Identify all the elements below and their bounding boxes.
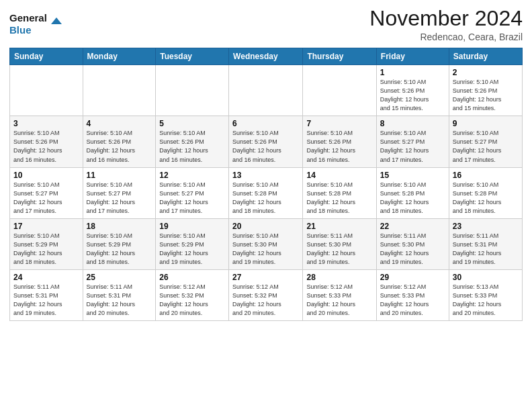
day-info: Sunrise: 5:10 AM Sunset: 5:27 PM Dayligh… bbox=[87, 181, 152, 216]
calendar-cell: 13Sunrise: 5:10 AM Sunset: 5:28 PM Dayli… bbox=[229, 167, 303, 218]
logo-text-block: General Blue bbox=[9, 9, 70, 42]
day-info: Sunrise: 5:11 AM Sunset: 5:31 PM Dayligh… bbox=[13, 283, 79, 318]
day-number: 12 bbox=[159, 171, 225, 180]
day-info: Sunrise: 5:11 AM Sunset: 5:31 PM Dayligh… bbox=[87, 283, 152, 318]
day-info: Sunrise: 5:13 AM Sunset: 5:33 PM Dayligh… bbox=[453, 283, 519, 318]
calendar-cell bbox=[156, 65, 229, 116]
day-number: 4 bbox=[87, 119, 152, 128]
calendar-cell: 28Sunrise: 5:12 AM Sunset: 5:33 PM Dayli… bbox=[303, 269, 376, 320]
day-info: Sunrise: 5:10 AM Sunset: 5:28 PM Dayligh… bbox=[380, 181, 445, 216]
day-number: 27 bbox=[232, 273, 299, 282]
calendar-cell: 25Sunrise: 5:11 AM Sunset: 5:31 PM Dayli… bbox=[83, 269, 156, 320]
calendar-cell: 15Sunrise: 5:10 AM Sunset: 5:28 PM Dayli… bbox=[376, 167, 449, 218]
col-sunday: Sunday bbox=[10, 48, 83, 65]
day-info: Sunrise: 5:12 AM Sunset: 5:33 PM Dayligh… bbox=[380, 283, 445, 318]
day-number: 22 bbox=[380, 222, 445, 231]
day-number: 26 bbox=[159, 273, 225, 282]
calendar-cell: 8Sunrise: 5:10 AM Sunset: 5:27 PM Daylig… bbox=[376, 116, 449, 167]
calendar-header-row: Sunday Monday Tuesday Wednesday Thursday… bbox=[10, 48, 523, 65]
logo: General Blue bbox=[9, 9, 70, 42]
calendar-cell: 20Sunrise: 5:10 AM Sunset: 5:30 PM Dayli… bbox=[229, 218, 303, 269]
calendar-cell: 22Sunrise: 5:11 AM Sunset: 5:30 PM Dayli… bbox=[376, 218, 449, 269]
day-info: Sunrise: 5:10 AM Sunset: 5:26 PM Dayligh… bbox=[13, 129, 79, 164]
calendar-cell: 7Sunrise: 5:10 AM Sunset: 5:26 PM Daylig… bbox=[303, 116, 376, 167]
day-number: 18 bbox=[87, 222, 152, 231]
day-number: 6 bbox=[232, 119, 299, 128]
day-number: 24 bbox=[13, 273, 79, 282]
month-title: November 2024 bbox=[369, 7, 523, 30]
day-info: Sunrise: 5:10 AM Sunset: 5:27 PM Dayligh… bbox=[380, 129, 445, 164]
day-info: Sunrise: 5:11 AM Sunset: 5:30 PM Dayligh… bbox=[306, 232, 372, 267]
day-info: Sunrise: 5:11 AM Sunset: 5:31 PM Dayligh… bbox=[453, 232, 519, 267]
day-number: 29 bbox=[380, 273, 445, 282]
day-info: Sunrise: 5:12 AM Sunset: 5:32 PM Dayligh… bbox=[232, 283, 299, 318]
col-friday: Friday bbox=[376, 48, 449, 65]
day-number: 25 bbox=[87, 273, 152, 282]
day-info: Sunrise: 5:10 AM Sunset: 5:26 PM Dayligh… bbox=[453, 78, 519, 113]
col-tuesday: Tuesday bbox=[156, 48, 229, 65]
day-info: Sunrise: 5:11 AM Sunset: 5:30 PM Dayligh… bbox=[380, 232, 445, 267]
calendar-week-row: 10Sunrise: 5:10 AM Sunset: 5:27 PM Dayli… bbox=[10, 167, 523, 218]
day-number: 19 bbox=[159, 222, 225, 231]
calendar-cell: 11Sunrise: 5:10 AM Sunset: 5:27 PM Dayli… bbox=[83, 167, 156, 218]
calendar-cell: 4Sunrise: 5:10 AM Sunset: 5:26 PM Daylig… bbox=[83, 116, 156, 167]
day-info: Sunrise: 5:10 AM Sunset: 5:29 PM Dayligh… bbox=[159, 232, 225, 267]
day-info: Sunrise: 5:10 AM Sunset: 5:26 PM Dayligh… bbox=[232, 129, 299, 164]
col-monday: Monday bbox=[83, 48, 156, 65]
day-number: 10 bbox=[13, 171, 79, 180]
calendar-week-row: 24Sunrise: 5:11 AM Sunset: 5:31 PM Dayli… bbox=[10, 269, 523, 320]
day-number: 23 bbox=[453, 222, 519, 231]
day-info: Sunrise: 5:10 AM Sunset: 5:26 PM Dayligh… bbox=[159, 129, 225, 164]
calendar-cell: 14Sunrise: 5:10 AM Sunset: 5:28 PM Dayli… bbox=[303, 167, 376, 218]
day-info: Sunrise: 5:10 AM Sunset: 5:30 PM Dayligh… bbox=[232, 232, 299, 267]
calendar-cell: 21Sunrise: 5:11 AM Sunset: 5:30 PM Dayli… bbox=[303, 218, 376, 269]
col-thursday: Thursday bbox=[303, 48, 376, 65]
day-number: 30 bbox=[453, 273, 519, 282]
location: Redencao, Ceara, Brazil bbox=[369, 32, 523, 42]
calendar-cell: 17Sunrise: 5:10 AM Sunset: 5:29 PM Dayli… bbox=[10, 218, 83, 269]
day-number: 11 bbox=[87, 171, 152, 180]
calendar-cell: 27Sunrise: 5:12 AM Sunset: 5:32 PM Dayli… bbox=[229, 269, 303, 320]
day-number: 1 bbox=[380, 68, 445, 77]
day-number: 5 bbox=[159, 119, 225, 128]
day-number: 14 bbox=[306, 171, 372, 180]
day-number: 9 bbox=[453, 119, 519, 128]
calendar-week-row: 3Sunrise: 5:10 AM Sunset: 5:26 PM Daylig… bbox=[10, 116, 523, 167]
day-info: Sunrise: 5:10 AM Sunset: 5:26 PM Dayligh… bbox=[87, 129, 152, 164]
logo-icon: General Blue bbox=[9, 9, 70, 39]
day-info: Sunrise: 5:10 AM Sunset: 5:26 PM Dayligh… bbox=[380, 78, 445, 113]
calendar-cell bbox=[303, 65, 376, 116]
calendar-cell: 18Sunrise: 5:10 AM Sunset: 5:29 PM Dayli… bbox=[83, 218, 156, 269]
svg-marker-1 bbox=[51, 17, 62, 24]
day-info: Sunrise: 5:10 AM Sunset: 5:28 PM Dayligh… bbox=[306, 181, 372, 216]
calendar-week-row: 17Sunrise: 5:10 AM Sunset: 5:29 PM Dayli… bbox=[10, 218, 523, 269]
calendar-table: Sunday Monday Tuesday Wednesday Thursday… bbox=[9, 48, 523, 321]
day-info: Sunrise: 5:12 AM Sunset: 5:33 PM Dayligh… bbox=[306, 283, 372, 318]
day-number: 20 bbox=[232, 222, 299, 231]
day-info: Sunrise: 5:10 AM Sunset: 5:27 PM Dayligh… bbox=[159, 181, 225, 216]
page: General Blue November 2024 Redencao, Cea… bbox=[0, 0, 532, 411]
calendar-cell: 26Sunrise: 5:12 AM Sunset: 5:32 PM Dayli… bbox=[156, 269, 229, 320]
calendar-cell: 5Sunrise: 5:10 AM Sunset: 5:26 PM Daylig… bbox=[156, 116, 229, 167]
day-number: 16 bbox=[453, 171, 519, 180]
calendar-cell: 2Sunrise: 5:10 AM Sunset: 5:26 PM Daylig… bbox=[449, 65, 522, 116]
calendar-cell: 3Sunrise: 5:10 AM Sunset: 5:26 PM Daylig… bbox=[10, 116, 83, 167]
calendar-cell: 10Sunrise: 5:10 AM Sunset: 5:27 PM Dayli… bbox=[10, 167, 83, 218]
svg-text:Blue: Blue bbox=[9, 24, 32, 36]
day-number: 13 bbox=[232, 171, 299, 180]
day-number: 15 bbox=[380, 171, 445, 180]
calendar-cell bbox=[83, 65, 156, 116]
calendar-cell: 19Sunrise: 5:10 AM Sunset: 5:29 PM Dayli… bbox=[156, 218, 229, 269]
calendar-cell: 24Sunrise: 5:11 AM Sunset: 5:31 PM Dayli… bbox=[10, 269, 83, 320]
calendar-cell: 23Sunrise: 5:11 AM Sunset: 5:31 PM Dayli… bbox=[449, 218, 522, 269]
day-number: 7 bbox=[306, 119, 372, 128]
day-info: Sunrise: 5:10 AM Sunset: 5:28 PM Dayligh… bbox=[453, 181, 519, 216]
calendar-cell: 6Sunrise: 5:10 AM Sunset: 5:26 PM Daylig… bbox=[229, 116, 303, 167]
day-number: 3 bbox=[13, 119, 79, 128]
day-number: 21 bbox=[306, 222, 372, 231]
calendar-cell: 30Sunrise: 5:13 AM Sunset: 5:33 PM Dayli… bbox=[449, 269, 522, 320]
calendar-cell: 29Sunrise: 5:12 AM Sunset: 5:33 PM Dayli… bbox=[376, 269, 449, 320]
day-number: 28 bbox=[306, 273, 372, 282]
col-wednesday: Wednesday bbox=[229, 48, 303, 65]
day-number: 8 bbox=[380, 119, 445, 128]
